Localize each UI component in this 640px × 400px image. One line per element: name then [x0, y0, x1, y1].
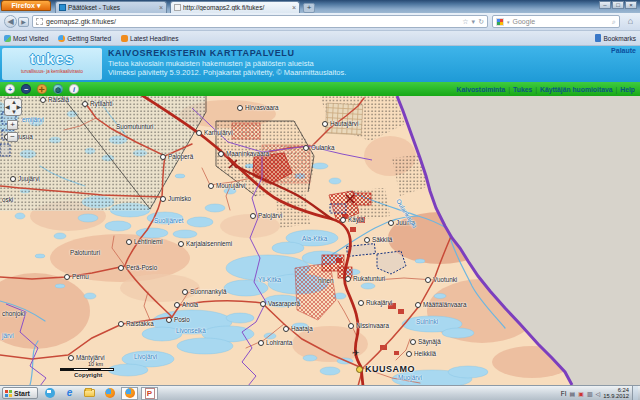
engine-dropdown-icon[interactable]: ▾	[507, 19, 510, 25]
back-button[interactable]: ◀	[4, 15, 17, 28]
page-subtitle: Tietoa kaivoslain mukaisten hakemusten j…	[108, 59, 314, 68]
map-label-mourujärvi: Mourujärvi	[208, 182, 245, 189]
tab-close-icon[interactable]: ×	[292, 4, 296, 11]
tray-printer-icon[interactable]: ▤	[570, 390, 576, 397]
tukes-logo-subtext: turvallisuus- ja kemikaalivirasto	[2, 70, 102, 74]
map-label-jumisko: Jumisko	[160, 195, 191, 202]
bookmark-icon	[595, 34, 601, 42]
map-zoom-out-button[interactable]: −	[7, 132, 18, 142]
map-label-rytilahti: Rytilahti	[82, 100, 112, 107]
tab-favicon	[59, 4, 66, 11]
feed-icon	[121, 35, 128, 42]
feedback-link[interactable]: Palaute	[611, 47, 636, 54]
map-zoom-in-button[interactable]: +	[7, 120, 18, 130]
map-label-perä-posio: Perä-Posio	[118, 264, 157, 271]
language-indicator[interactable]: FI	[561, 390, 567, 397]
map-label-räisälä: Räisälä	[40, 96, 69, 103]
tab-close-icon[interactable]: ×	[159, 4, 163, 11]
bookmark-label: Most Visited	[13, 35, 48, 42]
map-label-maaninkavaara: Maaninkavaara	[218, 150, 269, 157]
link-tukes[interactable]: Tukes	[513, 86, 532, 93]
tray-network-icon[interactable]: ▥	[587, 390, 593, 397]
site-identity-icon[interactable]	[36, 18, 43, 25]
map-label-suomutunturi: Suomutunturi	[116, 123, 153, 130]
bookmarks-menu-button[interactable]: Bookmarks	[595, 34, 636, 42]
map-label-oulanka: Oulanka	[303, 144, 334, 151]
maximize-button[interactable]: □	[612, 1, 624, 9]
map-label-määttälänvaara: Määttälänvaara	[415, 301, 466, 308]
start-button[interactable]: Start	[2, 387, 38, 399]
taskbar-firefox-button[interactable]	[101, 387, 118, 400]
map-label-järvi: järvi	[2, 332, 14, 339]
search-magnifier-icon[interactable]: ⌕	[612, 18, 616, 26]
map-label-suininki: Suininki	[416, 318, 438, 325]
map-label-karjalaisenniemi: Karjalaisenniemi	[178, 240, 232, 247]
overview-globe-icon[interactable]: ◍	[53, 84, 63, 94]
taskbar-firefox-active-button[interactable]	[121, 387, 138, 400]
link-kaivostoiminta[interactable]: Kaivostoiminta	[457, 86, 506, 93]
map-label-kuusamo: KUUSAMO	[356, 364, 415, 374]
taskbar-internet-explorer-button[interactable]: e	[61, 387, 78, 400]
windows-taskbar: Start e P FI ▤ ▣ ▥ ◁ 6:24 15.9.2012	[0, 385, 640, 400]
tab-geomaps-active[interactable]: http://geomaps2.gtk.fi/tukes/ ×	[170, 1, 300, 13]
map-pan-compass[interactable]: ▲▼ ◀▶	[4, 98, 22, 116]
search-input[interactable]: Google	[513, 18, 610, 25]
taskbar-media-player-button[interactable]	[41, 387, 58, 400]
bookmark-label: Latest Headlines	[130, 35, 178, 42]
tray-clock[interactable]: 6:24 15.9.2012	[603, 387, 629, 399]
page-title: KAIVOSREKISTERIN KARTTAPALVELU	[108, 48, 295, 58]
close-button[interactable]: ×	[625, 1, 637, 9]
zoom-in-icon[interactable]: +	[5, 84, 15, 94]
url-bar[interactable]: geomaps2.gtk.fi/tukes/ ☆ ▾ ↻	[32, 15, 488, 28]
zoom-out-icon[interactable]: −	[21, 84, 31, 94]
info-icon[interactable]: i	[69, 84, 79, 94]
home-button[interactable]: ⌂	[624, 15, 637, 28]
bookmarks-bar: Most Visited Getting Started Latest Head…	[0, 31, 640, 46]
map-label-suonnankylä: Suonnankylä	[182, 288, 226, 295]
forward-button[interactable]: ▶	[18, 17, 29, 27]
link-kayttajan-huomioitava[interactable]: Käyttäjän huomioitava	[540, 86, 613, 93]
map-viewport[interactable]: RäisäläRytilahtiHirvasvaaraHautajärviemi…	[0, 96, 640, 385]
map-label-käylä: Käylä	[340, 216, 364, 223]
map-label-lohiranta: Lohiranta	[258, 339, 292, 346]
tray-alert-icon[interactable]: ▣	[578, 390, 584, 397]
bookmarks-menu-label: Bookmarks	[603, 35, 636, 42]
bookmark-star-icon[interactable]: ☆	[462, 18, 468, 26]
map-label-hautajärvi: Hautajärvi	[322, 120, 358, 127]
search-box[interactable]: ▾ Google ⌕	[492, 15, 620, 28]
map-label-livojärvi: Livojärvi	[134, 353, 157, 360]
desktop: Firefox ▾ Päätökset - Tukes × http://geo…	[0, 0, 640, 400]
tab-title: Päätökset - Tukes	[68, 4, 157, 11]
reload-icon[interactable]: ↻	[478, 18, 484, 26]
firefox-menu-button[interactable]: Firefox ▾	[1, 0, 51, 11]
window-controls: – □ ×	[599, 1, 637, 9]
toolbar-links: Kaivostoiminta| Tukes| Käyttäjän huomioi…	[457, 86, 635, 93]
internet-explorer-icon: e	[67, 388, 73, 398]
map-label-ala-kitka: Ala-Kitka	[302, 235, 327, 242]
bookmark-getting-started[interactable]: Getting Started	[58, 35, 111, 42]
bookmark-latest-headlines[interactable]: Latest Headlines	[121, 35, 178, 42]
map-label-muojärvi: Muojärvi	[398, 374, 422, 381]
map-label-paloperä: Paloperä	[160, 153, 193, 160]
map-label-karhujärvi: Karhujärvi	[196, 129, 232, 136]
show-desktop-button[interactable]	[632, 386, 638, 400]
tab-paatokset[interactable]: Päätökset - Tukes ×	[55, 1, 167, 13]
folder-icon	[84, 389, 95, 397]
map-label-rukajärvi: Rukajärvi	[358, 299, 392, 306]
url-dropdown-icon[interactable]: ▾	[472, 18, 476, 26]
map-label-chonjoki: chonjoki	[2, 310, 25, 317]
map-copyright: Copyright	[74, 372, 102, 378]
taskbar-folder-button[interactable]	[81, 387, 98, 400]
tray-volume-icon[interactable]: ◁	[596, 390, 601, 397]
tab-title: http://geomaps2.gtk.fi/tukes/	[183, 4, 290, 11]
google-engine-icon[interactable]	[496, 18, 504, 26]
bookmark-most-visited[interactable]: Most Visited	[4, 35, 48, 42]
page-updated-line: Viimeksi päivitetty 5.9.2012. Pohjakarta…	[108, 68, 346, 77]
minimize-button[interactable]: –	[599, 1, 611, 9]
link-help[interactable]: Help	[620, 86, 635, 93]
pan-hand-icon[interactable]: ✛	[37, 84, 47, 94]
taskbar-powerpoint-button[interactable]: P	[141, 387, 158, 400]
tukes-logo-text: tukes	[2, 48, 102, 70]
url-text[interactable]: geomaps2.gtk.fi/tukes/	[46, 18, 459, 25]
new-tab-button[interactable]: +	[303, 3, 315, 13]
